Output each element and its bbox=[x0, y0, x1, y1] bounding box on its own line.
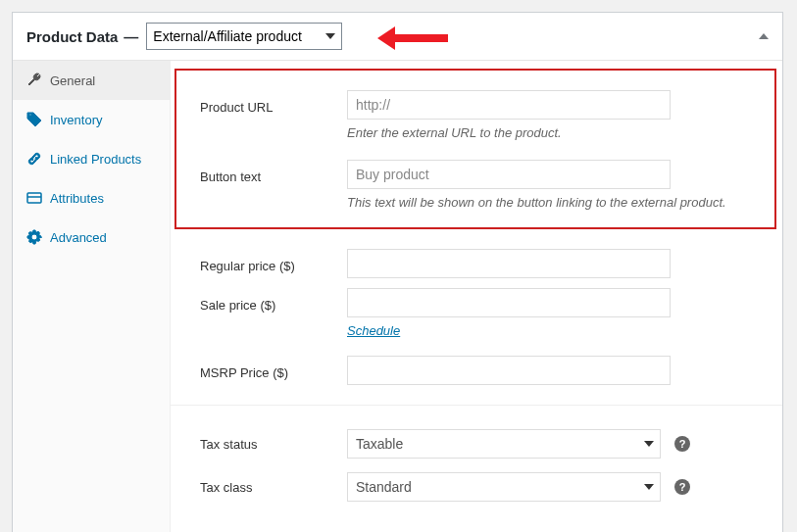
card-icon bbox=[26, 190, 42, 206]
panel-body: General Inventory Linked Products Attrib… bbox=[13, 61, 782, 532]
product-type-select[interactable]: External/Affiliate product bbox=[146, 23, 342, 50]
regular-price-label: Regular price ($) bbox=[200, 255, 347, 273]
sidebar-item-inventory[interactable]: Inventory bbox=[13, 100, 170, 139]
product-url-label: Product URL bbox=[200, 96, 347, 115]
sale-price-input[interactable] bbox=[347, 288, 671, 317]
tax-block: Tax status Taxable ? Tax class Standard … bbox=[171, 406, 782, 517]
link-icon bbox=[26, 151, 42, 167]
collapse-toggle-icon[interactable] bbox=[759, 33, 769, 39]
sidebar-item-general[interactable]: General bbox=[13, 61, 170, 100]
sidebar-item-label: Advanced bbox=[50, 230, 107, 245]
product-url-helper: Enter the external URL to the product. bbox=[347, 125, 562, 140]
highlighted-section: Product URL Enter the external URL to th… bbox=[174, 69, 776, 229]
sidebar-item-advanced[interactable]: Advanced bbox=[13, 218, 170, 257]
gear-icon bbox=[26, 229, 42, 245]
sidebar-item-attributes[interactable]: Attributes bbox=[13, 178, 170, 218]
sidebar-item-label: General bbox=[50, 73, 95, 88]
help-icon[interactable]: ? bbox=[674, 436, 690, 452]
svg-rect-0 bbox=[27, 193, 41, 203]
sidebar-item-label: Inventory bbox=[50, 113, 102, 127]
sidebar-item-label: Linked Products bbox=[50, 152, 141, 167]
product-data-panel: Product Data — External/Affiliate produc… bbox=[12, 12, 783, 532]
sidebar-item-label: Attributes bbox=[50, 191, 104, 206]
msrp-price-label: MSRP Price ($) bbox=[200, 362, 347, 380]
tax-class-label: Tax class bbox=[200, 480, 347, 495]
panel-dash: — bbox=[124, 28, 138, 45]
tax-class-select[interactable]: Standard bbox=[347, 472, 661, 502]
wrench-icon bbox=[26, 73, 42, 88]
button-text-helper: This text will be shown on the button li… bbox=[347, 195, 726, 210]
product-url-input[interactable] bbox=[347, 90, 671, 120]
sidebar-item-linked-products[interactable]: Linked Products bbox=[13, 139, 170, 178]
regular-price-input[interactable] bbox=[347, 249, 671, 278]
tax-status-select[interactable]: Taxable bbox=[347, 429, 661, 459]
panel-header: Product Data — External/Affiliate produc… bbox=[13, 13, 782, 61]
sidebar: General Inventory Linked Products Attrib… bbox=[13, 61, 171, 532]
button-text-input[interactable] bbox=[347, 160, 671, 189]
msrp-price-input[interactable] bbox=[347, 356, 671, 385]
content-area: Product URL Enter the external URL to th… bbox=[171, 61, 782, 532]
help-icon[interactable]: ? bbox=[674, 479, 690, 495]
callout-arrow bbox=[377, 26, 448, 50]
schedule-link[interactable]: Schedule bbox=[347, 323, 400, 338]
sale-price-label: Sale price ($) bbox=[200, 294, 347, 313]
tag-icon bbox=[26, 112, 42, 127]
button-text-label: Button text bbox=[200, 166, 347, 184]
pricing-block: Regular price ($) Sale price ($) Schedul… bbox=[171, 229, 782, 406]
panel-title: Product Data bbox=[26, 28, 118, 45]
tax-status-label: Tax status bbox=[200, 437, 347, 452]
